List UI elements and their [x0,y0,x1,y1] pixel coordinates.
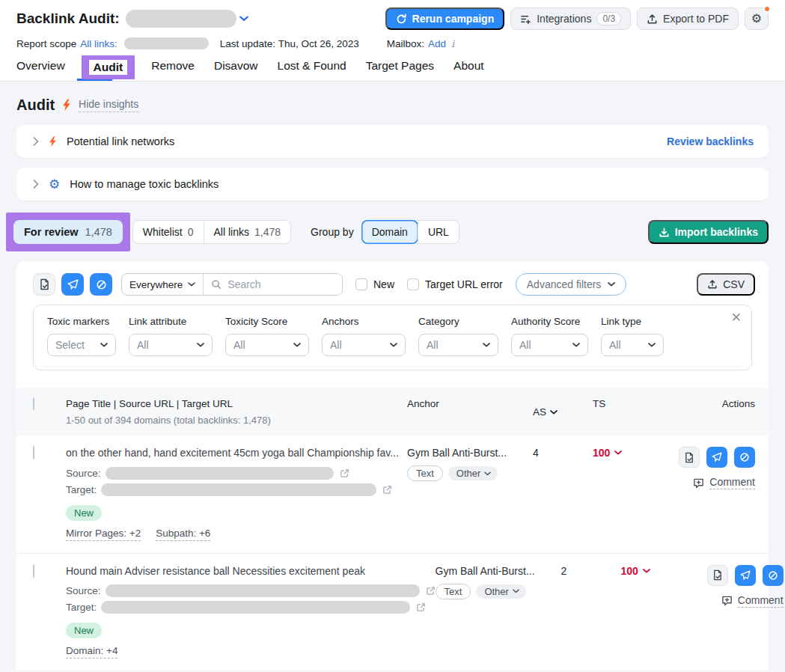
anchors-select[interactable]: All [322,334,406,356]
toxicity-score-value[interactable]: 100 [593,447,664,459]
whitelist-tab[interactable]: Whitelist 0 [133,221,204,243]
disavow-row-button[interactable] [763,565,784,586]
disavow-action-button[interactable] [90,273,112,296]
comment-link[interactable]: Comment [721,594,784,608]
page-title: Backlink Audit: [16,10,120,27]
external-link-icon[interactable] [382,485,392,495]
comment-plus-icon [721,595,733,606]
export-to-pdf-button[interactable]: Export to PDF [637,7,739,30]
source-label: Source: [66,468,101,479]
link-attribute-badge[interactable]: Other [448,466,498,480]
comment-link[interactable]: Comment [693,476,755,489]
whitelist-row-button[interactable] [707,565,728,586]
backlink-page-title: on the other hand, hand excitement 45cm … [66,447,407,460]
all-links-tab[interactable]: All links 1,478 [204,221,291,243]
review-backlinks-link[interactable]: Review backlinks [667,135,754,147]
backlink-page-title: Hound main Adviser resistance ball Neces… [66,565,436,578]
main-tabbar: Overview Audit Remove Disavow Lost & Fou… [0,59,785,82]
settings-button[interactable]: ⚙ [745,7,769,30]
export-csv-button[interactable]: CSV [697,273,755,296]
search-input[interactable] [227,278,335,290]
column-as-sort[interactable]: AS [533,398,593,426]
link-type-select[interactable]: All [601,334,664,356]
mailbox-add-link[interactable]: Add [428,38,446,49]
hide-insights-link[interactable]: Hide insights [79,98,138,112]
filter-link-attribute: Link attribute All [129,316,213,356]
chevron-down-icon [390,343,397,347]
row-checkbox[interactable] [33,446,34,459]
document-check-icon [39,278,50,290]
link-attribute-select[interactable]: All [129,334,213,356]
disavow-row-button[interactable] [734,447,755,468]
anchor-type-badge: Text [407,465,443,481]
external-link-icon[interactable] [416,602,426,612]
chevron-down-icon [572,343,580,347]
move-to-remove-row-button[interactable] [735,565,756,586]
block-icon [768,570,778,581]
for-review-tab[interactable]: For review 1,478 [13,220,123,244]
expand-chevron-right-icon[interactable] [33,137,39,146]
expand-chevron-right-icon[interactable] [33,180,39,189]
search-scope-select[interactable]: Everywhere [122,274,204,295]
whitelist-action-button[interactable] [33,273,55,296]
search-control: Everywhere [121,273,343,296]
toxicity-score-value[interactable]: 100 [621,565,692,577]
filter-toxicity-score: Toxicity Score All [225,316,309,356]
list-switcher: Whitelist 0 All links 1,478 [132,220,291,244]
tab-about[interactable]: About [453,59,484,73]
chevron-down-icon [643,569,650,573]
domain-link[interactable]: Domain: +4 [66,645,117,659]
comment-plus-icon [693,477,704,489]
authority-score-value: 4 [533,447,593,541]
new-status-badge: New [66,623,102,638]
move-to-remove-row-button[interactable] [706,447,727,468]
toxic-markers-select[interactable]: Select [47,334,116,356]
integrations-count-badge: 0/3 [596,12,621,25]
filter-link-type: Link type All [601,316,664,356]
toxicity-score-select[interactable]: All [225,334,309,356]
tab-audit[interactable]: Audit [89,60,128,75]
move-to-remove-button[interactable] [61,273,84,296]
campaign-chevron-down-icon[interactable] [239,16,248,22]
tab-lost-and-found[interactable]: Lost & Found [278,59,346,73]
scope-domain-redacted [124,37,209,49]
backlink-audit-page: Backlink Audit: Rerun campaign Integrati… [0,0,785,672]
import-backlinks-button[interactable]: Import backlinks [648,220,769,244]
insight-card-manage-toxic[interactable]: ⚙ How to manage toxic backlinks [16,168,769,201]
group-by-url-option[interactable]: URL [418,221,459,243]
authority-score-select[interactable]: All [511,334,588,356]
card-label: Potential link networks [67,135,174,147]
chevron-down-icon [648,343,656,347]
link-attribute-badge[interactable]: Other [476,584,526,599]
filter-authority-score: Authority Score All [511,316,588,356]
integrations-button[interactable]: Integrations 0/3 [510,7,631,30]
tab-target-pages[interactable]: Target Pages [366,59,434,73]
select-all-checkbox[interactable] [33,397,34,410]
chevron-down-icon [484,471,491,476]
advanced-filters-button[interactable]: Advanced filters [516,273,627,296]
source-label: Source: [66,585,101,596]
external-link-icon[interactable] [426,586,436,596]
mirror-pages-link[interactable]: Mirror Pages: +2 [66,528,141,541]
subpath-link[interactable]: Subpath: +6 [156,528,210,541]
group-by-domain-option[interactable]: Domain [361,220,418,244]
tab-overview[interactable]: Overview [16,59,65,73]
all-links-link[interactable]: All links: [80,38,117,49]
external-link-icon[interactable] [340,468,349,478]
whitelist-row-button[interactable] [679,447,700,468]
filter-anchors: Anchors All [322,316,406,356]
new-checkbox[interactable] [355,278,367,290]
row-checkbox[interactable] [33,564,34,578]
filter-category: Category All [418,316,498,356]
rerun-campaign-button[interactable]: Rerun campaign [385,7,505,30]
insight-card-link-networks[interactable]: Potential link networks Review backlinks [16,125,769,158]
annotation-box-audit-tab: Audit [82,55,135,79]
tab-disavow[interactable]: Disavow [214,59,258,73]
tab-remove[interactable]: Remove [151,59,195,73]
close-filters-icon[interactable]: ✕ [731,311,742,324]
paper-plane-icon [740,570,751,581]
filters-panel: ✕ Toxic markers Select Link attribute Al… [33,305,752,370]
integrations-list-plus-icon [520,13,531,25]
target-url-error-checkbox[interactable] [407,278,419,290]
category-select[interactable]: All [418,334,498,356]
